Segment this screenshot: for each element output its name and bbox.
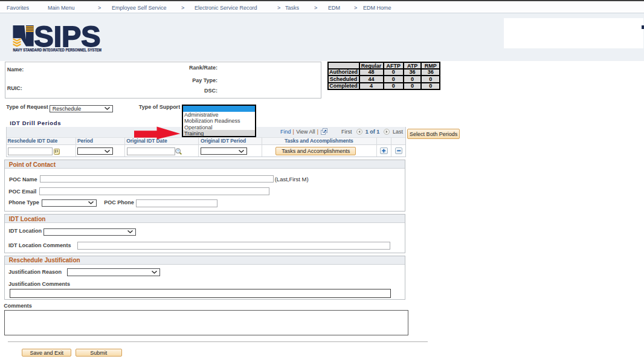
svg-text:NAVY STANDARD INTEGRATED PERSO: NAVY STANDARD INTEGRATED PERSONNEL SYSTE… (13, 48, 102, 52)
